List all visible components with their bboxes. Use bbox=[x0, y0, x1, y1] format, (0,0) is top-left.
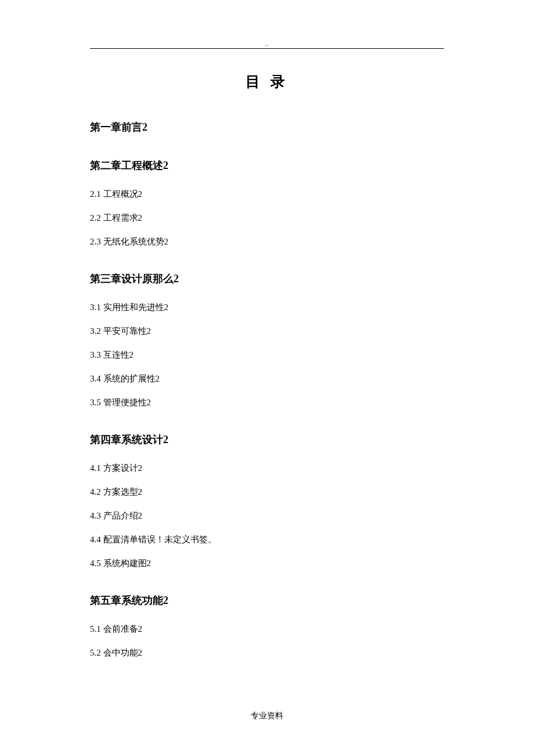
sub-page: 2 bbox=[147, 326, 151, 336]
sub-page: 2 bbox=[138, 487, 143, 496]
sub-num: 3.1 bbox=[90, 303, 101, 312]
sub-page: 2 bbox=[138, 463, 143, 473]
sub-num: 4.3 bbox=[90, 511, 101, 520]
toc-sub-item: 3.2 平安可靠性2 bbox=[90, 326, 444, 337]
sub-label: 方案设计 bbox=[101, 463, 138, 473]
sub-label: 配置清单 bbox=[101, 535, 138, 544]
toc: 第一章前言2 第二章工程概述2 2.1 工程概况2 2.2 工程需求2 2.3 … bbox=[90, 120, 444, 658]
sub-label: 系统构建图 bbox=[101, 559, 147, 568]
sub-num: 4.2 bbox=[90, 487, 101, 496]
sub-page: 2 bbox=[147, 398, 151, 407]
toc-sub-item: 3.4 系统的扩展性2 bbox=[90, 373, 444, 384]
toc-chapter: 第一章前言2 bbox=[90, 120, 444, 134]
sub-page: 2 bbox=[164, 303, 169, 312]
sub-error: 错误！未定义书签。 bbox=[138, 535, 217, 544]
sub-label: 会前准备 bbox=[101, 624, 138, 633]
chapter-page: 2 bbox=[163, 595, 168, 606]
chapter-label: 第三章设计原那么 bbox=[90, 273, 174, 285]
toc-sub-item: 4.2 方案选型2 bbox=[90, 487, 444, 498]
toc-sub-item: 3.3 互连性2 bbox=[90, 350, 444, 361]
chapter-page: 2 bbox=[174, 273, 179, 285]
sub-num: 3.5 bbox=[90, 398, 101, 407]
sub-num: 2.2 bbox=[90, 213, 101, 222]
toc-sub-item: 2.3 无纸化系统优势2 bbox=[90, 236, 444, 247]
chapter-label: 第一章前言 bbox=[90, 121, 142, 133]
sub-num: 3.2 bbox=[90, 326, 101, 336]
toc-chapter: 第五章系统功能2 bbox=[90, 593, 444, 607]
chapter-page: 2 bbox=[163, 160, 168, 171]
toc-sub-item: 5.1 会前准备2 bbox=[90, 624, 444, 635]
chapter-label: 第二章工程概述 bbox=[90, 160, 163, 171]
sub-num: 5.1 bbox=[90, 624, 101, 633]
sub-page: 2 bbox=[164, 237, 169, 246]
sub-num: 4.1 bbox=[90, 463, 101, 473]
chapter-page: 2 bbox=[163, 434, 168, 445]
toc-sub-item: 2.2 工程需求2 bbox=[90, 213, 444, 224]
sub-page: 2 bbox=[138, 624, 143, 633]
sub-page: 2 bbox=[147, 559, 151, 568]
toc-chapter: 第三章设计原那么2 bbox=[90, 272, 444, 286]
toc-sub-item: 4.3 产品介绍2 bbox=[90, 510, 444, 521]
sub-num: 5.2 bbox=[90, 648, 101, 657]
header-rule bbox=[90, 48, 444, 49]
sub-label: 平安可靠性 bbox=[101, 326, 147, 336]
sub-label: 产品介绍 bbox=[101, 511, 138, 520]
toc-sub-item: 4.1 方案设计2 bbox=[90, 463, 444, 474]
sub-label: 实用性和先进性 bbox=[101, 303, 164, 312]
sub-num: 2.1 bbox=[90, 189, 101, 199]
toc-chapter: 第二章工程概述2 bbox=[90, 159, 444, 172]
toc-sub-item: 3.5 管理便捷性2 bbox=[90, 397, 444, 408]
header-mark: .. bbox=[90, 41, 444, 47]
chapter-label: 第四章系统设计 bbox=[90, 434, 163, 445]
sub-label: 方案选型 bbox=[101, 487, 138, 496]
sub-label: 工程需求 bbox=[101, 213, 138, 222]
toc-sub-item: 4.4 配置清单错误！未定义书签。 bbox=[90, 534, 444, 545]
toc-sub-item: 5.2 会中功能2 bbox=[90, 647, 444, 658]
toc-sub-item: 3.1 实用性和先进性2 bbox=[90, 302, 444, 313]
sub-page: 2 bbox=[138, 648, 143, 657]
document-page: .. 目 录 第一章前言2 第二章工程概述2 2.1 工程概况2 2.2 工程需… bbox=[0, 0, 534, 658]
chapter-label: 第五章系统功能 bbox=[90, 595, 163, 606]
toc-sub-item: 4.5 系统构建图2 bbox=[90, 558, 444, 569]
chapter-page: 2 bbox=[142, 121, 147, 133]
sub-label: 系统的扩展性 bbox=[101, 374, 156, 383]
sub-num: 4.5 bbox=[90, 559, 101, 568]
sub-num: 4.4 bbox=[90, 535, 101, 544]
sub-num: 2.3 bbox=[90, 237, 101, 246]
sub-label: 工程概况 bbox=[101, 189, 138, 199]
sub-num: 3.3 bbox=[90, 350, 101, 359]
toc-chapter: 第四章系统设计2 bbox=[90, 433, 444, 447]
sub-page: 2 bbox=[129, 350, 134, 359]
sub-label: 管理便捷性 bbox=[101, 398, 147, 407]
page-title: 目 录 bbox=[90, 72, 444, 91]
sub-page: 2 bbox=[138, 511, 143, 520]
toc-sub-item: 2.1 工程概况2 bbox=[90, 189, 444, 200]
sub-label: 会中功能 bbox=[101, 648, 138, 657]
sub-label: 无纸化系统优势 bbox=[101, 237, 164, 246]
sub-page: 2 bbox=[138, 189, 143, 199]
sub-page: 2 bbox=[138, 213, 143, 222]
footer-text: 专业资料 bbox=[0, 711, 534, 721]
sub-num: 3.4 bbox=[90, 374, 101, 383]
sub-label: 互连性 bbox=[101, 350, 129, 359]
sub-page: 2 bbox=[156, 374, 160, 383]
